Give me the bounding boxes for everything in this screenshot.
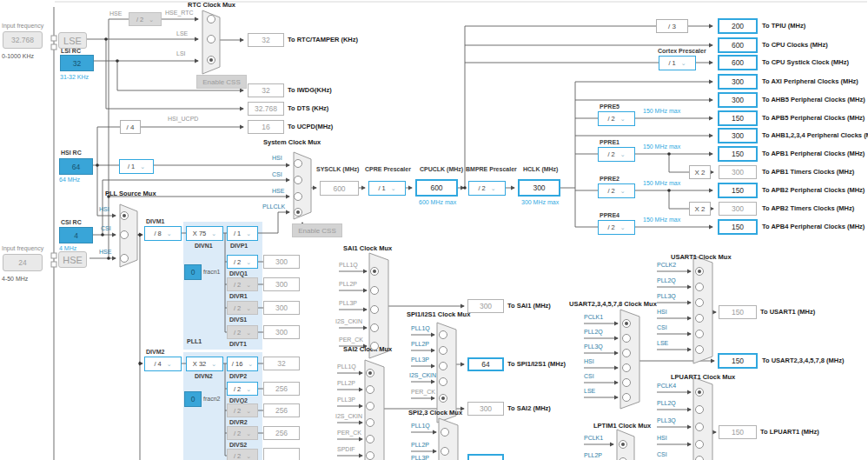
divn1-dropdown[interactable]: X 75⌄ [186, 226, 223, 241]
pll-source-radio-hsi[interactable] [120, 211, 129, 220]
usart2345-radio-pclk1[interactable] [622, 319, 631, 328]
apb4-value[interactable]: 150 [718, 219, 758, 235]
apb2-timers-mult-box: X 2 [689, 202, 711, 216]
spi1-radio-pll3p[interactable] [439, 362, 447, 370]
usart2345-radio-pll2q[interactable] [622, 334, 631, 343]
system-mux-radio-pllclk[interactable] [294, 208, 302, 217]
ppre4-label: PPRE4 [600, 212, 620, 218]
sai1-radio-per-ck[interactable] [370, 342, 379, 350]
lpuart1-radio-csi[interactable] [695, 456, 704, 460]
spi1-radio-i2s-ckin[interactable] [439, 377, 447, 386]
dts-value: 32.768 [248, 102, 284, 116]
sai2-radio-spdif[interactable] [366, 451, 374, 460]
sai1-radio-pll1q[interactable] [370, 267, 379, 276]
divm2-dropdown[interactable]: / 4⌄ [144, 357, 182, 371]
divq2-dropdown[interactable]: / 2⌄ [227, 382, 258, 396]
spi23-radio-pll2p[interactable] [441, 447, 449, 456]
cpu-clocks-value[interactable]: 600 [718, 37, 758, 53]
lptim1-radio-pclk1[interactable] [619, 440, 627, 449]
sai2-radio-pll2p[interactable] [366, 385, 374, 394]
ppre2-label: PPRE2 [600, 176, 620, 182]
usart2345-radio-hsi[interactable] [622, 363, 631, 372]
ahb1234-value[interactable]: 300 [718, 128, 758, 143]
ppre4-value: / 2 [607, 223, 614, 231]
spi1-out-label: To SPI1/I2S1 (MHz) [507, 360, 566, 368]
divr2-value: / 2 [234, 407, 241, 415]
divp1-dropdown[interactable]: / 1⌄ [227, 226, 258, 241]
ppre5-dropdown[interactable]: / 2⌄ [598, 111, 635, 126]
usart1-radio-pclk2[interactable] [695, 267, 704, 276]
sai2-radio-i2s-ckin[interactable] [366, 418, 374, 427]
spi23-radio-pll1q[interactable] [441, 428, 449, 437]
hsi-rc-value: 64 [59, 158, 93, 175]
usart2345-out-label: To USART2,3,4,5,7,8 (MHz) [762, 357, 844, 364]
lpuart1-radio-pclk4[interactable] [695, 388, 704, 397]
systick-value[interactable]: 600 [718, 55, 758, 70]
system-mux-radio-hse[interactable] [294, 192, 302, 201]
fracn2-value[interactable]: 0 [184, 391, 202, 407]
system-mux-radio-csi[interactable] [294, 176, 302, 184]
chevron-down-icon: ⌄ [491, 185, 496, 191]
cpre-dropdown[interactable]: / 1⌄ [368, 181, 406, 196]
sysmux-hsi-label: HSI [272, 155, 282, 161]
spi1-radio-pll2p[interactable] [439, 346, 447, 355]
hsi-divider-dropdown[interactable]: / 1⌄ [119, 159, 154, 174]
tpiu-value[interactable]: 200 [718, 18, 758, 34]
ppre2-dropdown[interactable]: / 2⌄ [598, 183, 635, 198]
usart2345-out-value[interactable]: 150 [718, 353, 758, 369]
spi1-out-value[interactable]: 64 [467, 357, 504, 371]
sai1-mux-title: SAI1 Clock Mux [343, 244, 392, 252]
rtc-mux-radio-hse[interactable] [207, 15, 215, 23]
sai1-radio-i2s-ckin[interactable] [370, 323, 379, 332]
divp2-dropdown[interactable]: / 16⌄ [227, 357, 258, 371]
pll-source-radio-csi[interactable] [120, 230, 129, 239]
spi23-out-box[interactable] [467, 454, 504, 460]
sai1-radio-pll3p[interactable] [370, 305, 379, 314]
divm1-dropdown[interactable]: / 8⌄ [144, 226, 182, 241]
usart1-radio-csi[interactable] [695, 330, 704, 338]
spi1-radio-pll1q[interactable] [439, 330, 447, 339]
pll-source-radio-hse[interactable] [120, 254, 129, 263]
divs1-label: DIVS1 [229, 317, 247, 323]
hclk-value[interactable]: 300 [518, 179, 560, 197]
usart1-radio-lse[interactable] [695, 345, 704, 354]
hsi-ucpd-signal-label: HSI_UCPD [168, 116, 198, 122]
system-mux-radio-hsi[interactable] [294, 159, 302, 168]
apb4-max-note: 150 MHz max [643, 217, 680, 223]
hse-input-frequency-field[interactable]: 24 [3, 254, 43, 271]
ppre4-dropdown[interactable]: / 2⌄ [598, 220, 635, 235]
bmpre-dropdown[interactable]: / 2⌄ [468, 181, 506, 196]
lse-input-frequency-field[interactable]: 32.768 [3, 31, 43, 49]
lpuart1-csi-label: CSI [657, 451, 667, 457]
usart1-radio-hsi[interactable] [695, 314, 704, 323]
usart1-radio-pll2q[interactable] [695, 283, 704, 291]
fracn1-value[interactable]: 0 [184, 264, 202, 280]
rtc-mux-radio-lsi[interactable] [207, 56, 215, 64]
usart2345-radio-lse[interactable] [622, 393, 631, 402]
iwdg-label: To IWDG(KHz) [288, 86, 332, 94]
usart2345-radio-pll3q[interactable] [622, 349, 631, 357]
apb1-value[interactable]: 150 [718, 146, 758, 162]
divq1-dropdown[interactable]: / 2⌄ [227, 255, 258, 269]
axi-value[interactable]: 300 [718, 74, 758, 90]
lpuart1-radio-pll3q[interactable] [695, 423, 704, 431]
divn2-dropdown[interactable]: X 32⌄ [186, 357, 223, 371]
lpuart1-radio-hsi[interactable] [695, 440, 704, 449]
sai2-radio-pll3p[interactable] [366, 402, 374, 410]
sai2-radio-per-ck[interactable] [366, 435, 374, 443]
rtc-mux-radio-lse[interactable] [207, 35, 215, 43]
ppre1-dropdown[interactable]: / 2⌄ [598, 147, 635, 162]
apb2-value[interactable]: 150 [718, 183, 758, 198]
lpuart1-radio-pll2q[interactable] [695, 405, 704, 414]
usart2345-csi-label: CSI [584, 373, 594, 379]
usart1-hsi-label: HSI [657, 309, 667, 315]
usart2345-radio-csi[interactable] [622, 378, 631, 387]
apb5-value[interactable]: 150 [718, 110, 758, 126]
spi1-radio-per-ck[interactable] [439, 394, 447, 403]
cpuclk-value[interactable]: 600 [415, 179, 458, 197]
sai1-radio-pll2p[interactable] [370, 286, 379, 295]
ahb5-value[interactable]: 300 [718, 92, 758, 108]
usart1-radio-pll3q[interactable] [695, 298, 704, 307]
sai2-radio-pll1q[interactable] [366, 369, 374, 377]
cortex-prescaler-dropdown[interactable]: / 1⌄ [659, 56, 696, 70]
